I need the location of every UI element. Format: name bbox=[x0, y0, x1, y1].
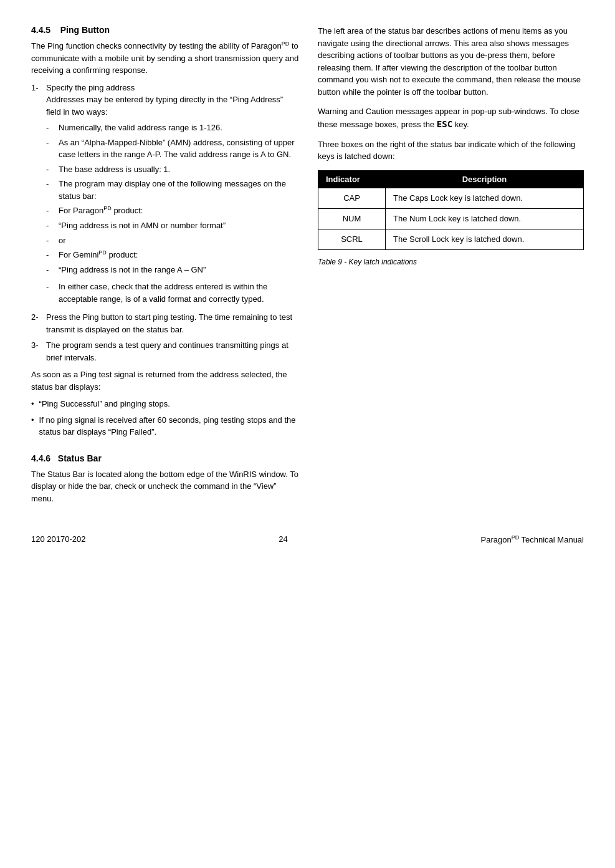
section-4-4-5-intro: The Ping function checks connectivity by… bbox=[31, 40, 299, 77]
step-3: 3- The program sends a test query and co… bbox=[31, 339, 299, 364]
sub-dash-3: - bbox=[46, 163, 54, 176]
table-body: CAP The Caps Lock key is latched down. N… bbox=[318, 188, 584, 250]
step-2-num: 2- bbox=[31, 311, 41, 335]
page-container: 4.4.5 Ping Button The Ping function chec… bbox=[31, 25, 584, 509]
step-1-label: Specify the ping address bbox=[46, 83, 135, 92]
sub-item-4: - The program may display one of the fol… bbox=[46, 178, 299, 202]
section-4-4-5-title: Ping Button bbox=[60, 25, 110, 35]
step-3-content: The program sends a test query and conti… bbox=[46, 339, 299, 364]
sub-content-1: Numerically, the valid address range is … bbox=[59, 122, 299, 134]
sub-content-7: or bbox=[59, 234, 299, 247]
sub-dash-7: - bbox=[46, 234, 54, 247]
description-num: The Num Lock key is latched down. bbox=[385, 208, 583, 229]
sub-item-10: - In either case, check that the address… bbox=[46, 281, 299, 305]
bullet-2: • If no ping signal is received after 60… bbox=[31, 414, 299, 438]
sub-item-5: - For ParagonPD product: bbox=[46, 205, 299, 217]
section-4-4-5: 4.4.5 Ping Button The Ping function chec… bbox=[31, 25, 299, 438]
sub-content-5: For ParagonPD product: bbox=[59, 205, 299, 217]
right-column: The left area of the status bar describe… bbox=[318, 25, 584, 509]
indicator-scrl: SCRL bbox=[318, 229, 386, 249]
sub-item-3: - The base address is usually: 1. bbox=[46, 163, 299, 176]
sub-content-9: “Ping address is not in the range A – GN… bbox=[59, 264, 299, 276]
right-para2-after-esc: key. bbox=[452, 120, 469, 129]
indicator-num: NUM bbox=[318, 208, 386, 229]
description-cap: The Caps Lock key is latched down. bbox=[385, 188, 583, 208]
step-3-label: The program sends a test query and conti… bbox=[46, 340, 288, 362]
table-head: Indicator Description bbox=[318, 170, 584, 188]
sub-content-8: For GeminiPD product: bbox=[59, 249, 299, 261]
sub-item-9: - “Ping address is not in the range A – … bbox=[46, 264, 299, 276]
bullet-1-text: “Ping Successful” and pinging stops. bbox=[39, 398, 170, 410]
sub-dash-4: - bbox=[46, 178, 54, 202]
sub-content-6: “Ping address is not in AMN or number fo… bbox=[59, 219, 299, 232]
sub-item-7: - or bbox=[46, 234, 299, 247]
section-4-4-6-heading: 4.4.6 Status Bar bbox=[31, 453, 299, 463]
right-para1: The left area of the status bar describe… bbox=[318, 25, 584, 98]
section-4-4-5-number: 4.4.5 bbox=[31, 25, 50, 35]
step-2-label: Press the Ping button to start ping test… bbox=[46, 312, 292, 334]
sub-dash-1: - bbox=[46, 122, 54, 134]
sub-dash-6: - bbox=[46, 219, 54, 232]
section-4-4-6-number: 4.4.6 bbox=[31, 453, 50, 463]
sub-dash-5: - bbox=[46, 205, 54, 217]
footer-center: 24 bbox=[279, 534, 287, 544]
sub-list: - Numerically, the valid address range i… bbox=[46, 122, 299, 305]
indicator-header: Indicator bbox=[318, 170, 386, 188]
footer: 120 20170-202 24 ParagonPD Technical Man… bbox=[31, 534, 584, 544]
sub-dash-8: - bbox=[46, 249, 54, 261]
sub-dash-2: - bbox=[46, 137, 54, 161]
step-3-num: 3- bbox=[31, 339, 41, 364]
footer-left: 120 20170-202 bbox=[31, 534, 85, 544]
table-header-row: Indicator Description bbox=[318, 170, 584, 188]
sub-item-1: - Numerically, the valid address range i… bbox=[46, 122, 299, 134]
section-4-4-6-text: The Status Bar is located along the bott… bbox=[31, 468, 299, 505]
sub-item-6: - “Ping address is not in AMN or number … bbox=[46, 219, 299, 232]
indicator-cap: CAP bbox=[318, 188, 386, 208]
table-caption: Table 9 - Key latch indications bbox=[318, 256, 584, 268]
section-4-4-6: 4.4.6 Status Bar The Status Bar is locat… bbox=[31, 453, 299, 505]
section-4-4-6-title: Status Bar bbox=[58, 453, 102, 463]
indicator-table: Indicator Description CAP The Caps Lock … bbox=[318, 170, 584, 251]
step-1-sub-intro: Addresses may be entered by typing direc… bbox=[46, 95, 283, 117]
step-1-content: Specify the ping address Addresses may b… bbox=[46, 82, 299, 308]
step-2: 2- Press the Ping button to start ping t… bbox=[31, 311, 299, 335]
bullet-2-text: If no ping signal is received after 60 s… bbox=[39, 414, 299, 438]
steps-list: 1- Specify the ping address Addresses ma… bbox=[31, 82, 299, 364]
step-2-content: Press the Ping button to start ping test… bbox=[46, 311, 299, 335]
sub-item-8: - For GeminiPD product: bbox=[46, 249, 299, 261]
description-header: Description bbox=[385, 170, 583, 188]
sub-content-4: The program may display one of the follo… bbox=[59, 178, 299, 202]
right-para3: Three boxes on the right of the status b… bbox=[318, 138, 584, 163]
section-4-4-5-heading: 4.4.5 Ping Button bbox=[31, 25, 299, 35]
sub-dash-9: - bbox=[46, 264, 54, 276]
sub-dash-10: - bbox=[46, 281, 54, 305]
sub-item-2: - As an “Alpha-Mapped-Nibble” (AMN) addr… bbox=[46, 137, 299, 161]
sub-content-2: As an “Alpha-Mapped-Nibble” (AMN) addres… bbox=[59, 137, 299, 161]
table-row-cap: CAP The Caps Lock key is latched down. bbox=[318, 188, 584, 208]
bullet-dot-2: • bbox=[31, 414, 34, 438]
bullet-dot-1: • bbox=[31, 398, 34, 410]
footer-right-sup: PD bbox=[512, 534, 520, 541]
step-1-num: 1- bbox=[31, 82, 41, 308]
right-para2: Warning and Caution messages appear in p… bbox=[318, 105, 584, 131]
sub-content-3: The base address is usually: 1. bbox=[59, 163, 299, 176]
sub-content-10: In either case, check that the address e… bbox=[59, 281, 299, 305]
table-row-num: NUM The Num Lock key is latched down. bbox=[318, 208, 584, 229]
step-1: 1- Specify the ping address Addresses ma… bbox=[31, 82, 299, 308]
footer-right-post: Technical Manual bbox=[519, 536, 584, 545]
description-scrl: The Scroll Lock key is latched down. bbox=[385, 229, 583, 249]
footer-right-pre: Paragon bbox=[480, 536, 511, 545]
esc-key: ESC bbox=[437, 119, 452, 129]
as-soon-text: As soon as a Ping test signal is returne… bbox=[31, 369, 299, 393]
bullet-list: • “Ping Successful” and pinging stops. •… bbox=[31, 398, 299, 438]
bullet-1: • “Ping Successful” and pinging stops. bbox=[31, 398, 299, 410]
left-column: 4.4.5 Ping Button The Ping function chec… bbox=[31, 25, 299, 509]
footer-right: ParagonPD Technical Manual bbox=[480, 534, 584, 544]
table-row-scrl: SCRL The Scroll Lock key is latched down… bbox=[318, 229, 584, 249]
